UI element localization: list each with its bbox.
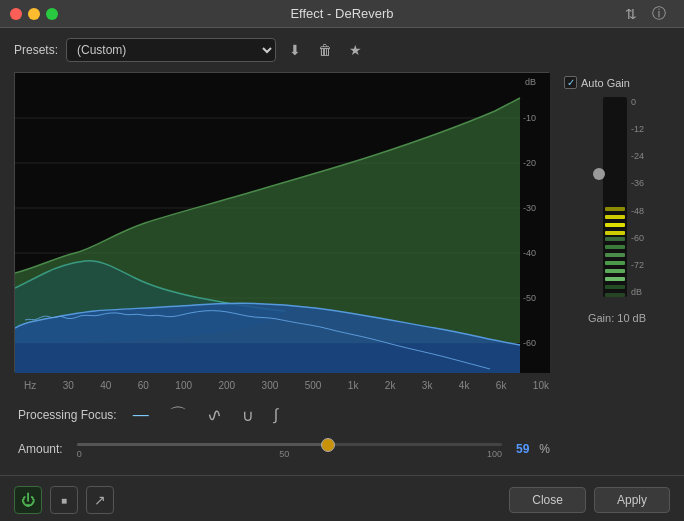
svg-rect-25 — [605, 285, 625, 289]
auto-gain-row: ✓ Auto Gain — [564, 76, 630, 89]
meter-label-12: -12 — [631, 124, 644, 134]
bottom-bar: ⏻ ■ ↗ Close Apply — [0, 475, 684, 521]
processing-row: Processing Focus: — ⌒ ∿ ∪ ∫ — [14, 401, 550, 429]
hz-label: 100 — [175, 380, 192, 391]
svg-rect-21 — [605, 207, 625, 211]
power-button[interactable]: ⏻ — [14, 486, 42, 514]
hz-label: 500 — [305, 380, 322, 391]
svg-rect-22 — [605, 215, 625, 219]
amount-label: Amount: — [18, 442, 63, 456]
meter-label-36: -36 — [631, 178, 644, 188]
svg-text:-30: -30 — [523, 203, 536, 213]
export-icon: ↗ — [94, 492, 106, 508]
amount-unit: % — [539, 442, 550, 456]
hz-label: 200 — [218, 380, 235, 391]
top-right-icons: ⇅ ⓘ — [620, 3, 670, 25]
processing-mode-low[interactable]: ⌒ — [165, 401, 191, 429]
gain-value: 10 dB — [617, 312, 646, 324]
spectrum-section: -10 -20 -30 -40 -50 -60 dB Hz 30 40 60 1… — [14, 72, 550, 461]
svg-text:-50: -50 — [523, 293, 536, 303]
svg-rect-15 — [605, 237, 625, 241]
processing-focus-label: Processing Focus: — [18, 408, 117, 422]
svg-rect-20 — [605, 277, 625, 281]
hz-label: 3k — [422, 380, 433, 391]
svg-rect-23 — [605, 223, 625, 227]
settings-icon[interactable]: ⇅ — [620, 3, 642, 25]
gain-display: Gain: 10 dB — [584, 312, 646, 324]
right-panel: ✓ Auto Gain — [560, 72, 670, 461]
amount-slider-thumb[interactable] — [321, 438, 335, 452]
spectrum-display: -10 -20 -30 -40 -50 -60 dB — [14, 72, 549, 372]
save-preset-icon[interactable]: ⬇ — [284, 39, 306, 61]
processing-mode-flat[interactable]: — — [129, 404, 153, 426]
slider-min-label: 0 — [77, 449, 82, 459]
svg-text:-20: -20 — [523, 158, 536, 168]
maximize-button[interactable] — [46, 8, 58, 20]
gain-label: Gain: — [588, 312, 614, 324]
favorite-preset-icon[interactable]: ★ — [344, 39, 366, 61]
meter-svg — [603, 97, 627, 297]
info-icon[interactable]: ⓘ — [648, 3, 670, 25]
presets-label: Presets: — [14, 43, 58, 57]
svg-rect-14 — [603, 97, 627, 297]
spectrum-svg: -10 -20 -30 -40 -50 -60 dB — [15, 73, 550, 373]
hz-label: 30 — [63, 380, 74, 391]
auto-gain-checkbox[interactable]: ✓ — [564, 76, 577, 89]
hz-label: 6k — [496, 380, 507, 391]
hz-label: 4k — [459, 380, 470, 391]
svg-text:-60: -60 — [523, 338, 536, 348]
hz-labels: Hz 30 40 60 100 200 300 500 1k 2k 3k 4k … — [14, 380, 549, 391]
svg-rect-17 — [605, 253, 625, 257]
export-button[interactable]: ↗ — [86, 486, 114, 514]
hz-label: 10k — [533, 380, 549, 391]
amount-value: 59 — [516, 442, 529, 456]
minimize-button[interactable] — [28, 8, 40, 20]
meter-label-48: -48 — [631, 206, 644, 216]
main-content: Presets: (Custom) ⬇ 🗑 ★ — [0, 28, 684, 471]
amount-row: Amount: 0 50 100 59 — [14, 437, 550, 461]
meter-label-24: -24 — [631, 151, 644, 161]
hz-label: 60 — [138, 380, 149, 391]
close-button[interactable]: Close — [509, 487, 586, 513]
title-bar: Effect - DeReverb ⇅ ⓘ — [0, 0, 684, 28]
meter-visual: 0 -12 -24 -36 -48 -60 -72 dB — [603, 97, 627, 300]
apply-button[interactable]: Apply — [594, 487, 670, 513]
svg-rect-26 — [605, 293, 625, 297]
svg-rect-24 — [605, 231, 625, 235]
svg-text:dB: dB — [525, 77, 536, 87]
meter-label-60: -60 — [631, 233, 644, 243]
delete-preset-icon[interactable]: 🗑 — [314, 39, 336, 61]
processing-mode-curve[interactable]: ∪ — [238, 404, 258, 427]
svg-rect-16 — [605, 245, 625, 249]
power-icon: ⏻ — [21, 492, 35, 508]
processing-mode-mid[interactable]: ∿ — [203, 402, 226, 428]
slider-max-label: 100 — [487, 449, 502, 459]
meter-labels: 0 -12 -24 -36 -48 -60 -72 dB — [631, 97, 644, 297]
presets-dropdown[interactable]: (Custom) — [66, 38, 276, 62]
slider-mid-label: 50 — [279, 449, 289, 459]
hz-label: 1k — [348, 380, 359, 391]
close-button[interactable] — [10, 8, 22, 20]
svg-text:-40: -40 — [523, 248, 536, 258]
bottom-left-controls: ⏻ ■ ↗ — [14, 486, 114, 514]
hz-label: 2k — [385, 380, 396, 391]
bottom-right-buttons: Close Apply — [509, 487, 670, 513]
hz-label: 300 — [262, 380, 279, 391]
svg-text:-10: -10 — [523, 113, 536, 123]
gain-knob[interactable] — [593, 168, 605, 180]
amount-slider-track[interactable] — [77, 443, 502, 446]
traffic-lights — [10, 8, 58, 20]
processing-mode-high[interactable]: ∫ — [270, 404, 282, 426]
inner-wrapper: -10 -20 -30 -40 -50 -60 dB Hz 30 40 60 1… — [14, 72, 670, 461]
stop-button[interactable]: ■ — [50, 486, 78, 514]
meter-label-0: 0 — [631, 97, 644, 107]
window-title: Effect - DeReverb — [290, 6, 393, 21]
meter-wrapper: 0 -12 -24 -36 -48 -60 -72 dB — [603, 97, 627, 300]
svg-rect-19 — [605, 269, 625, 273]
hz-label: 40 — [100, 380, 111, 391]
hz-label: Hz — [24, 380, 36, 391]
svg-rect-18 — [605, 261, 625, 265]
stop-icon: ■ — [61, 495, 67, 506]
meter-label-72: -72 — [631, 260, 644, 270]
meter-label-db: dB — [631, 287, 644, 297]
